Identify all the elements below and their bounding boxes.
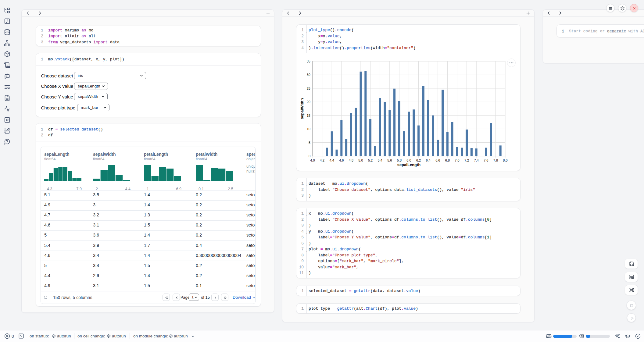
svg-text:7.6: 7.6 — [484, 159, 488, 162]
svg-text:5.0: 5.0 — [358, 159, 363, 162]
svg-text:4.4: 4.4 — [330, 159, 334, 162]
svg-text:sepalLength: sepalLength — [397, 162, 421, 167]
svg-text:6.4: 6.4 — [426, 159, 431, 162]
svg-text:4.2: 4.2 — [320, 159, 324, 162]
svg-text:8.0: 8.0 — [503, 159, 507, 162]
svg-text:6.0: 6.0 — [406, 159, 411, 162]
svg-text:7.8: 7.8 — [493, 159, 498, 162]
svg-text:30: 30 — [307, 73, 310, 77]
svg-text:35: 35 — [307, 59, 310, 63]
svg-text:4.6: 4.6 — [339, 159, 344, 162]
svg-text:15: 15 — [307, 114, 310, 117]
svg-text:sepalWidth: sepalWidth — [300, 98, 304, 119]
svg-text:7.0: 7.0 — [455, 159, 459, 162]
svg-text:7.2: 7.2 — [464, 159, 469, 162]
svg-text:5: 5 — [309, 141, 310, 144]
svg-text:6.6: 6.6 — [435, 159, 440, 162]
svg-text:5.8: 5.8 — [397, 159, 402, 162]
svg-text:5.2: 5.2 — [368, 159, 373, 162]
svg-text:4.8: 4.8 — [349, 159, 353, 162]
svg-text:7.4: 7.4 — [474, 159, 479, 162]
svg-text:25: 25 — [307, 87, 310, 90]
svg-text:20: 20 — [307, 100, 310, 104]
svg-text:0: 0 — [309, 154, 310, 158]
svg-text:5.6: 5.6 — [387, 159, 392, 162]
svg-text:4.0: 4.0 — [310, 159, 315, 162]
svg-text:6.2: 6.2 — [416, 159, 421, 162]
svg-text:5.4: 5.4 — [378, 159, 382, 162]
svg-text:10: 10 — [307, 127, 310, 131]
svg-text:6.8: 6.8 — [445, 159, 450, 162]
